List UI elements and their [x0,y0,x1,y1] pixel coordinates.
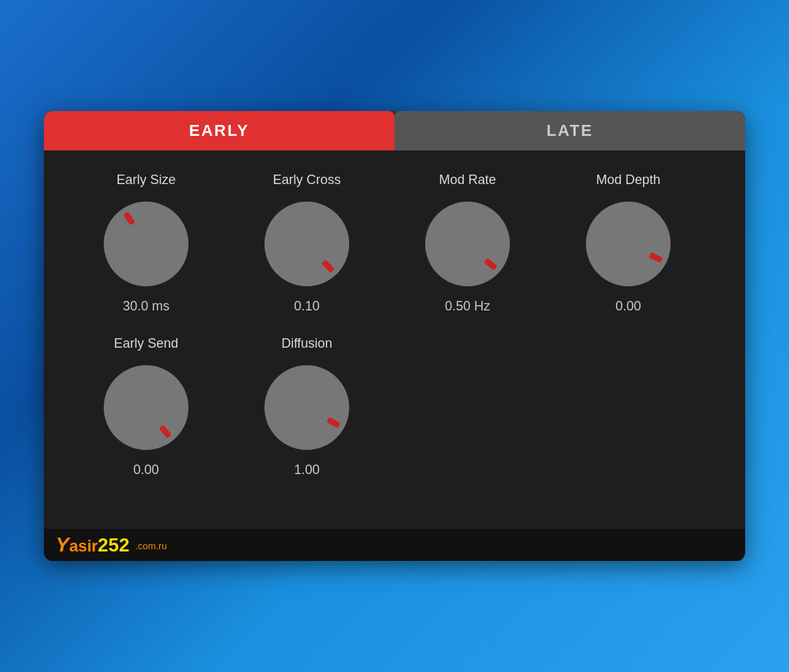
early-cross-label: Early Cross [272,172,340,188]
bottom-bar: Yasir252 .com.ru [44,529,745,561]
mod-rate-value: 0.50 Hz [445,299,490,314]
plugin-container: EARLY LATE Early Size [44,111,745,561]
tab-bar: EARLY LATE [44,111,745,150]
svg-point-10 [264,365,349,450]
early-cross-knob[interactable] [259,196,354,291]
early-cross-value: 0.10 [294,299,319,314]
tab-early[interactable]: EARLY [44,111,394,150]
watermark-text: Yasir252 [56,533,129,557]
knob-group-mod-rate: Mod Rate 0.50 Hz [394,172,541,314]
diffusion-label: Diffusion [281,336,332,351]
early-size-value: 30.0 ms [123,299,169,314]
svg-point-0 [104,202,188,286]
early-send-knob[interactable] [99,360,194,455]
svg-point-8 [104,365,188,450]
knob-group-diffusion: Diffusion 1.00 [234,336,380,478]
knob-row-2: Early Send 0.00 Diffusion [73,336,716,478]
knob-row-1: Early Size 30.0 ms Early Cross [73,172,716,314]
mod-depth-value: 0.00 [615,299,641,314]
diffusion-value: 1.00 [294,462,319,478]
tab-late[interactable]: LATE [394,111,745,150]
svg-point-6 [586,202,671,286]
main-panel: Early Size 30.0 ms Early Cross [44,150,745,529]
diffusion-knob[interactable] [259,360,354,455]
mod-rate-label: Mod Rate [439,172,496,188]
mod-depth-knob[interactable] [581,196,676,291]
mod-depth-label: Mod Depth [596,172,660,188]
knob-group-mod-depth: Mod Depth 0.00 [555,172,701,314]
knob-group-early-size: Early Size 30.0 ms [73,172,219,314]
early-size-knob[interactable] [99,196,194,291]
watermark-sub: .com.ru [135,541,167,551]
knob-group-early-send: Early Send 0.00 [73,336,219,478]
svg-point-2 [264,202,349,286]
mod-rate-knob[interactable] [420,196,515,291]
early-send-label: Early Send [114,336,178,351]
early-send-value: 0.00 [133,462,159,478]
early-size-label: Early Size [116,172,175,188]
svg-point-4 [425,202,510,286]
knob-group-early-cross: Early Cross 0.10 [234,172,380,314]
